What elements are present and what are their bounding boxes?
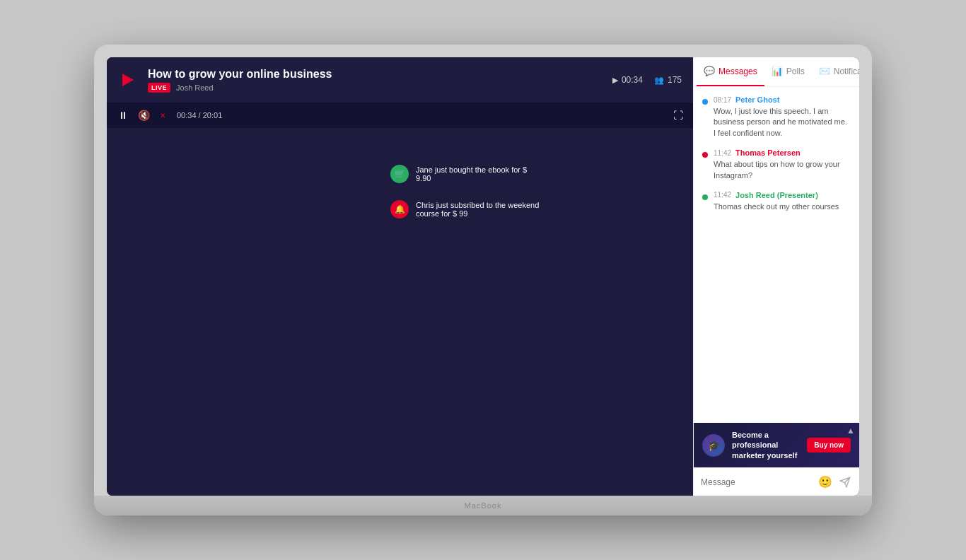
bell-icon: 🔔 (390, 200, 409, 218)
fullscreen-button[interactable]: ⛶ (673, 110, 683, 121)
viewers-icon: 👥 (654, 76, 664, 85)
notification-toast-0: 🛒 Jane just bought the ebook for $ 9.90 (382, 159, 552, 189)
promo-close-button[interactable]: ▲ (846, 426, 855, 436)
chat-panel: 💬 Messages 📊 Polls ✉️ Notifications (693, 57, 859, 496)
msg-dot-0 (702, 99, 708, 105)
video-panel: How to grow your online business LIVE Jo… (107, 57, 693, 496)
message-input-area: 🙂 (694, 467, 859, 496)
video-meta: LIVE Josh Reed (148, 83, 603, 93)
tab-notifications[interactable]: ✉️ Notifications (812, 57, 859, 86)
msg-time-1: 11:42 (714, 149, 731, 157)
msg-text-1: What about tips on how to grow your Inst… (714, 159, 851, 181)
time-display: 00:34 / 20:01 (177, 111, 222, 119)
tab-polls[interactable]: 📊 Polls (764, 57, 812, 86)
play-icon: ▶ (612, 76, 618, 85)
notifications-tab-icon: ✉️ (819, 66, 830, 76)
app-logo (118, 70, 138, 90)
emoji-button[interactable]: 🙂 (817, 474, 834, 490)
duration-value: 00:34 (622, 75, 643, 85)
messages-tab-label: Messages (718, 66, 757, 76)
msg-dot-2 (702, 194, 708, 200)
pause-button[interactable]: ⏸ (117, 108, 129, 122)
toast-text-1: Chris just subsribed to the weekend cour… (416, 201, 543, 218)
msg-text-2: Thomas check out my other courses (714, 202, 851, 212)
msg-header-2: 11:42 Josh Reed (Presenter) (714, 191, 851, 199)
tab-messages[interactable]: 💬 Messages (697, 57, 764, 86)
send-button[interactable] (838, 475, 852, 489)
video-wrapper[interactable]: ⏸ 🔇 ✕ 00:34 / 20:01 ⛶ (107, 103, 693, 128)
promo-text: Become a professional marketer yourself (732, 430, 800, 460)
cart-icon: 🛒 (390, 165, 409, 183)
msg-content-2: 11:42 Josh Reed (Presenter) Thomas check… (714, 191, 851, 212)
buy-now-button[interactable]: Buy now (807, 438, 851, 453)
msg-content-0: 08:17 Peter Ghost Wow, I just love this … (714, 95, 851, 139)
chat-tabs: 💬 Messages 📊 Polls ✉️ Notifications (694, 57, 859, 87)
message-item-1: 11:42 Thomas Petersen What about tips on… (702, 148, 851, 181)
laptop-brand-label: MacBook (465, 501, 502, 510)
msg-content-1: 11:42 Thomas Petersen What about tips on… (714, 148, 851, 181)
mute-button[interactable]: 🔇 (136, 108, 151, 122)
messages-tab-icon: 💬 (704, 66, 715, 76)
current-time: 00:34 (177, 111, 197, 119)
msg-author-2: Josh Reed (Presenter) (735, 191, 818, 199)
msg-text-0: Wow, I just love this speech. I am busin… (714, 106, 851, 139)
msg-time-0: 08:17 (714, 96, 731, 104)
title-block: How to grow your online business LIVE Jo… (148, 67, 603, 93)
msg-dot-1 (702, 152, 708, 158)
viewers-count: 175 (668, 75, 682, 85)
total-time: 20:01 (203, 111, 223, 119)
promo-banner: 🎓 Become a professional marketer yoursel… (694, 423, 859, 467)
volume-x-button[interactable]: ✕ (158, 110, 167, 121)
live-badge: LIVE (148, 83, 170, 93)
msg-header-0: 08:17 Peter Ghost (714, 95, 851, 104)
message-input[interactable] (701, 477, 813, 487)
video-stats: ▶ 00:34 👥 175 (612, 75, 682, 85)
msg-time-2: 11:42 (714, 191, 731, 199)
viewers-stat: 👥 175 (654, 75, 682, 85)
message-item-2: 11:42 Josh Reed (Presenter) Thomas check… (702, 191, 851, 212)
msg-header-1: 11:42 Thomas Petersen (714, 148, 851, 157)
message-item-0: 08:17 Peter Ghost Wow, I just love this … (702, 95, 851, 139)
notifications-tab-label: Notifications (834, 66, 859, 76)
msg-author-0: Peter Ghost (735, 95, 779, 104)
polls-tab-label: Polls (786, 66, 805, 76)
toast-text-0: Jane just bought the ebook for $ 9.90 (416, 165, 543, 182)
messages-list: 08:17 Peter Ghost Wow, I just love this … (694, 87, 859, 423)
notifications-overlay: 🛒 Jane just bought the ebook for $ 9.90 … (382, 159, 552, 224)
presenter-name: Josh Reed (176, 83, 214, 92)
msg-author-1: Thomas Petersen (735, 148, 801, 157)
promo-avatar: 🎓 (702, 434, 725, 457)
svg-marker-0 (122, 74, 134, 86)
video-controls: ⏸ 🔇 ✕ 00:34 / 20:01 ⛶ (107, 103, 693, 128)
notification-toast-1: 🔔 Chris just subsribed to the weekend co… (382, 194, 552, 224)
video-content-area: 🛒 Jane just bought the ebook for $ 9.90 … (107, 103, 693, 496)
video-header: How to grow your online business LIVE Jo… (107, 57, 693, 103)
polls-tab-icon: 📊 (772, 66, 783, 76)
video-title: How to grow your online business (148, 67, 603, 81)
duration-stat: ▶ 00:34 (612, 75, 643, 85)
